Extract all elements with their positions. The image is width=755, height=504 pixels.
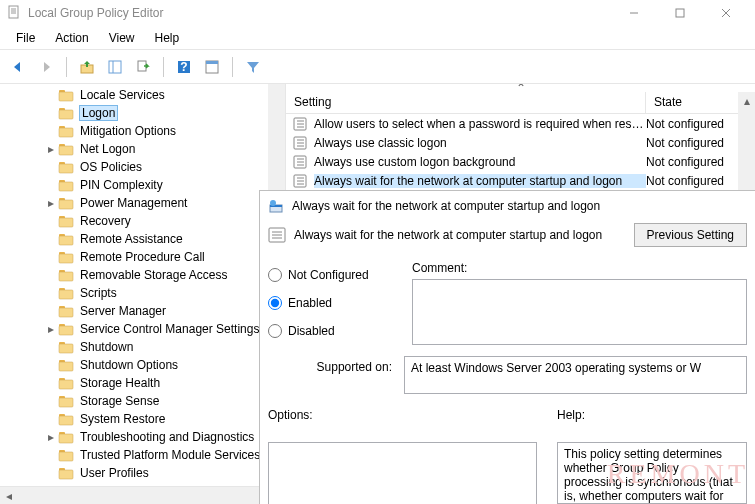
up-level-button[interactable] — [75, 55, 99, 79]
tree-item[interactable]: ▸Shutdown Options — [0, 356, 285, 374]
list-scroll-up-icon[interactable]: ⌃ — [286, 84, 755, 92]
tree-item[interactable]: ▸Power Management — [0, 194, 285, 212]
tree-item[interactable]: ▸Remote Procedure Call — [0, 248, 285, 266]
svg-point-82 — [270, 200, 276, 206]
previous-setting-button[interactable]: Previous Setting — [634, 223, 747, 247]
svg-rect-31 — [59, 218, 73, 227]
tree-item[interactable]: ▸Logon — [0, 104, 285, 122]
folder-icon — [58, 177, 74, 193]
svg-rect-5 — [676, 9, 684, 17]
folder-icon — [58, 87, 74, 103]
radio-disabled[interactable]: Disabled — [268, 317, 392, 345]
tree-item[interactable]: ▸OS Policies — [0, 158, 285, 176]
menu-help[interactable]: Help — [145, 28, 190, 48]
tree-item[interactable]: ▸Storage Health — [0, 374, 285, 392]
tree-item[interactable]: ▸Storage Sense — [0, 392, 285, 410]
back-button[interactable] — [6, 55, 30, 79]
svg-rect-0 — [9, 6, 18, 18]
list-row-name: Always use custom logon background — [314, 155, 646, 169]
comment-input[interactable] — [412, 279, 747, 345]
svg-rect-49 — [59, 380, 73, 389]
tree-item-label: OS Policies — [80, 160, 142, 174]
minimize-button[interactable] — [611, 0, 657, 26]
tree-item[interactable]: ▸Scripts — [0, 284, 285, 302]
supported-on-label: Supported on: — [268, 356, 392, 374]
folder-icon — [58, 195, 74, 211]
tree-item[interactable]: ▸Service Control Manager Settings — [0, 320, 285, 338]
forward-button[interactable] — [34, 55, 58, 79]
tree-item-label: PIN Complexity — [80, 178, 163, 192]
menu-view[interactable]: View — [99, 28, 145, 48]
svg-rect-51 — [59, 398, 73, 407]
list-row[interactable]: Always wait for the network at computer … — [286, 171, 755, 190]
tree-item[interactable]: ▸Mitigation Options — [0, 122, 285, 140]
tree-item[interactable]: ▸Recovery — [0, 212, 285, 230]
maximize-button[interactable] — [657, 0, 703, 26]
dialog-title-row: Always wait for the network at computer … — [260, 191, 755, 221]
tree-pane: ▸Locale Services▸Logon▸Mitigation Option… — [0, 84, 286, 504]
folder-icon — [58, 159, 74, 175]
column-setting[interactable]: Setting — [286, 92, 646, 113]
scroll-left-icon[interactable]: ◂ — [0, 487, 17, 504]
tree-item-label: Shutdown — [80, 340, 133, 354]
tree-item[interactable]: ▸Troubleshooting and Diagnostics — [0, 428, 285, 446]
scroll-up-icon[interactable]: ▴ — [738, 92, 755, 109]
help-button[interactable]: ? — [172, 55, 196, 79]
close-button[interactable] — [703, 0, 749, 26]
tree-item[interactable]: ▸Shutdown — [0, 338, 285, 356]
svg-rect-55 — [59, 434, 73, 443]
list-row[interactable]: Allow users to select when a password is… — [286, 114, 755, 133]
tree-item[interactable]: ▸System Restore — [0, 410, 285, 428]
tree-item[interactable]: ▸Server Manager — [0, 302, 285, 320]
folder-icon — [58, 321, 74, 337]
folder-icon — [58, 411, 74, 427]
radio-disabled-input[interactable] — [268, 324, 282, 338]
filter-button[interactable] — [241, 55, 265, 79]
tree-item-label: System Restore — [80, 412, 165, 426]
radio-enabled[interactable]: Enabled — [268, 289, 392, 317]
folder-icon — [58, 267, 74, 283]
menu-file[interactable]: File — [6, 28, 45, 48]
radio-enabled-input[interactable] — [268, 296, 282, 310]
expand-icon[interactable]: ▸ — [44, 322, 58, 336]
tree-item-label: Locale Services — [80, 88, 165, 102]
tree-item[interactable]: ▸User Profiles — [0, 464, 285, 482]
tree-item[interactable]: ▸PIN Complexity — [0, 176, 285, 194]
tree-item-label: Storage Sense — [80, 394, 159, 408]
supported-on-field: At least Windows Server 2003 operating s… — [404, 356, 747, 394]
tree-horizontal-scrollbar[interactable]: ◂ ▸ — [0, 486, 285, 504]
tree-item-label: Service Control Manager Settings — [80, 322, 259, 336]
expand-icon[interactable]: ▸ — [44, 142, 58, 156]
radio-not-configured-label: Not Configured — [288, 268, 369, 282]
svg-rect-17 — [59, 92, 73, 101]
folder-icon — [58, 447, 74, 463]
export-list-button[interactable] — [131, 55, 155, 79]
expand-icon[interactable]: ▸ — [44, 196, 58, 210]
toolbar-separator — [163, 57, 164, 77]
tree-item[interactable]: ▸Removable Storage Access — [0, 266, 285, 284]
help-label: Help: — [557, 408, 747, 422]
menu-action[interactable]: Action — [45, 28, 98, 48]
tree-item[interactable]: ▸Remote Assistance — [0, 230, 285, 248]
tree-item[interactable]: ▸Net Logon — [0, 140, 285, 158]
properties-button[interactable] — [200, 55, 224, 79]
expand-icon[interactable]: ▸ — [44, 430, 58, 444]
toolbar-separator — [66, 57, 67, 77]
show-hide-tree-button[interactable] — [103, 55, 127, 79]
title-bar: Local Group Policy Editor — [0, 0, 755, 26]
policy-item-icon — [292, 173, 308, 189]
svg-rect-27 — [59, 182, 73, 191]
settings-list-icon — [268, 226, 286, 244]
list-row[interactable]: Always use classic logonNot configured — [286, 133, 755, 152]
tree-item[interactable]: ▸Trusted Platform Module Services — [0, 446, 285, 464]
tree-item[interactable]: ▸Locale Services — [0, 86, 285, 104]
list-row-name: Always use classic logon — [314, 136, 646, 150]
dialog-subtitle-row: Always wait for the network at computer … — [260, 221, 755, 249]
comment-label: Comment: — [412, 261, 747, 275]
list-row[interactable]: Always use custom logon backgroundNot co… — [286, 152, 755, 171]
radio-not-configured[interactable]: Not Configured — [268, 261, 392, 289]
svg-rect-45 — [59, 344, 73, 353]
menu-bar: File Action View Help — [0, 26, 755, 50]
radio-not-configured-input[interactable] — [268, 268, 282, 282]
toolbar: ? — [0, 50, 755, 84]
